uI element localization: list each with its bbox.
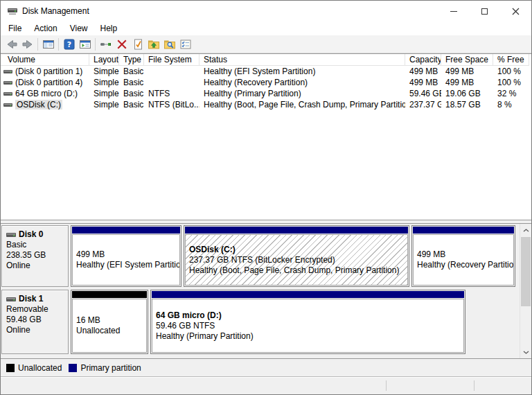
show-action-pane-button[interactable]	[77, 37, 93, 52]
cell-free-space: 499 MB	[441, 67, 493, 76]
cell-file-system: NTFS (BitLo...	[144, 100, 200, 109]
cell-pct-free: 32 %	[493, 89, 529, 98]
disk-name: Disk 0	[19, 229, 43, 240]
partition-unallocated[interactable]: 16 MB Unallocated	[71, 290, 148, 354]
folder-up-icon	[148, 38, 160, 51]
cell-free-space: 499 MB	[441, 78, 493, 87]
disk-state: Online	[6, 325, 68, 335]
vertical-scrollbar[interactable]	[520, 224, 531, 358]
volume-icon	[3, 103, 12, 107]
help-icon: ?	[63, 38, 76, 51]
volume-table-header: Volume Layout Type File System Status Ca…	[1, 54, 531, 66]
partition-size: 16 MB	[76, 315, 146, 326]
table-row-selected[interactable]: OSDisk (C:) Simple Basic NTFS (BitLo... …	[1, 99, 531, 110]
delete-volume-button[interactable]	[114, 37, 130, 52]
col-free-space[interactable]: Free Space	[441, 54, 493, 66]
maximize-button[interactable]	[469, 1, 500, 21]
volume-list-pane: Volume Layout Type File System Status Ca…	[1, 53, 531, 220]
cell-status: Healthy (EFI System Partition)	[200, 67, 405, 76]
show-console-tree-button[interactable]	[40, 37, 56, 52]
disk0-label[interactable]: Disk 0 Basic 238.35 GB Online	[1, 225, 69, 287]
partition-color-band	[413, 227, 514, 234]
menu-file[interactable]: File	[2, 22, 28, 35]
disk-icon	[6, 232, 16, 238]
col-type[interactable]: Type	[119, 54, 144, 66]
toolbar-separator	[37, 38, 38, 51]
partition-status: Healthy (Boot, Page File, Crash Dump, Pr…	[189, 265, 407, 276]
close-icon	[512, 8, 520, 15]
partition-efi[interactable]: 499 MB Healthy (EFI System Partition)	[71, 225, 181, 287]
properties-button[interactable]	[177, 37, 193, 52]
show-console-tree-icon	[42, 38, 55, 51]
partition-recovery[interactable]: 499 MB Healthy (Recovery Partition)	[411, 225, 515, 287]
disk-icon	[6, 297, 16, 302]
cell-capacity: 499 MB	[405, 67, 441, 76]
window-title: Disk Management	[22, 6, 89, 16]
partition-size: 59.46 GB NTFS	[156, 321, 463, 331]
menu-bar: File Action View Help	[1, 21, 531, 35]
minimize-button[interactable]	[438, 1, 469, 21]
volume-icon	[3, 69, 12, 74]
unallocated-swatch	[6, 364, 15, 372]
volume-name: 64 GB micro (D:)	[15, 89, 78, 98]
properties-icon	[179, 38, 192, 51]
disk1-label[interactable]: Disk 1 Removable 59.48 GB Online	[1, 290, 69, 354]
disk0-row: Disk 0 Basic 238.35 GB Online 499 MB Hea…	[1, 225, 520, 287]
close-button[interactable]	[500, 1, 531, 21]
forward-button[interactable]	[19, 37, 35, 52]
volume-icon	[3, 80, 12, 85]
minimize-icon	[450, 11, 457, 12]
cell-type: Basic	[119, 100, 144, 109]
disk-kind: Basic	[6, 240, 68, 250]
col-file-system[interactable]: File System	[144, 54, 200, 66]
scrollbar-thumb[interactable]	[521, 237, 531, 306]
table-row[interactable]: (Disk 0 partition 4) Simple Basic Health…	[1, 77, 531, 88]
graphical-view-pane: Disk 0 Basic 238.35 GB Online 499 MB Hea…	[1, 223, 531, 359]
disk-state: Online	[6, 261, 68, 271]
partition-size: 499 MB	[417, 249, 513, 260]
col-volume[interactable]: Volume	[1, 54, 89, 66]
folder-search-button[interactable]	[161, 37, 177, 52]
partition-size: 499 MB	[76, 249, 179, 260]
col-capacity[interactable]: Capacity	[405, 54, 441, 66]
menu-help[interactable]: Help	[94, 22, 124, 35]
col-pct-free[interactable]: % Free	[493, 54, 529, 66]
scroll-up-button[interactable]	[520, 225, 531, 236]
table-row[interactable]: 64 GB micro (D:) Simple Basic NTFS Healt…	[1, 88, 531, 99]
partition-color-band	[72, 227, 180, 234]
col-layout[interactable]: Layout	[89, 54, 119, 66]
partition-osdisk-selected[interactable]: OSDisk (C:) 237.37 GB NTFS (BitLocker En…	[184, 225, 409, 287]
disk-size: 238.35 GB	[6, 250, 68, 261]
cell-type: Basic	[119, 89, 144, 98]
table-row[interactable]: (Disk 0 partition 1) Simple Basic Health…	[1, 66, 531, 77]
svg-text:?: ?	[66, 40, 71, 49]
cell-pct-free: 100 %	[493, 67, 529, 76]
disk-size: 59.48 GB	[6, 315, 68, 325]
partition-color-band	[152, 291, 464, 298]
cell-pct-free: 100 %	[493, 78, 529, 87]
scroll-down-button[interactable]	[520, 346, 531, 358]
cell-type: Basic	[119, 78, 144, 87]
app-icon	[7, 6, 18, 17]
maximize-icon	[481, 8, 488, 15]
check-document-button[interactable]	[130, 37, 145, 52]
back-button[interactable]	[3, 37, 19, 52]
cell-status: Healthy (Recovery Partition)	[200, 78, 405, 87]
chevron-down-icon	[523, 351, 529, 354]
cell-file-system: NTFS	[144, 89, 200, 98]
cell-type: Basic	[119, 67, 144, 76]
check-document-icon	[132, 38, 144, 51]
menu-view[interactable]: View	[64, 22, 94, 35]
tool-button[interactable]	[98, 37, 114, 52]
menu-action[interactable]: Action	[28, 22, 63, 35]
partition-title: OSDisk (C:)	[189, 245, 407, 255]
help-button[interactable]: ?	[61, 37, 77, 52]
folder-up-button[interactable]	[145, 37, 161, 52]
disk0-partitions: 499 MB Healthy (EFI System Partition) OS…	[71, 225, 515, 287]
volume-name: (Disk 0 partition 1)	[15, 67, 82, 76]
cell-capacity: 59.46 GB	[405, 89, 441, 98]
volume-name: (Disk 0 partition 4)	[15, 78, 82, 87]
partition-64gb-micro[interactable]: 64 GB micro (D:) 59.46 GB NTFS Healthy (…	[150, 290, 466, 354]
col-status[interactable]: Status	[200, 54, 405, 66]
partition-color-band	[185, 227, 408, 234]
